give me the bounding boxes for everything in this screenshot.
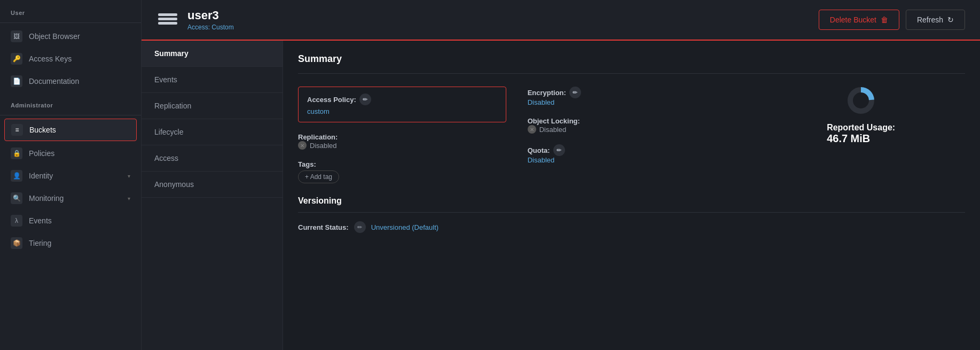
- object-locking-value: ✕ Disabled: [528, 125, 736, 134]
- access-value: Custom: [211, 24, 233, 31]
- tab-label: Access: [154, 154, 178, 162]
- sidebar-item-label: Object Browser: [29, 32, 80, 41]
- sidebar-item-label: Monitoring: [29, 194, 64, 203]
- current-status-label: Current Status:: [298, 223, 349, 231]
- tab-summary[interactable]: Summary: [142, 41, 283, 67]
- sidebar-item-tiering[interactable]: 📦 Tiering: [0, 232, 141, 254]
- replication-label: Replication:: [298, 133, 506, 141]
- encryption-section: Encryption: ✏ Disabled Object Locking: ✕…: [528, 87, 736, 183]
- page-header: user3 Access: Custom Delete Bucket 🗑 Ref…: [142, 0, 980, 41]
- versioning-title: Versioning: [298, 196, 965, 206]
- chevron-down-icon: ▾: [128, 196, 130, 201]
- versioning-section: Versioning Current Status: ✏ Unversioned…: [298, 196, 965, 233]
- replication-value: ✕ Disabled: [298, 141, 506, 150]
- reported-usage-chart: [847, 87, 875, 114]
- current-status-value[interactable]: Unversioned (Default): [371, 223, 438, 231]
- sidebar-item-label: Access Keys: [29, 55, 72, 63]
- buckets-icon: ≡: [11, 124, 23, 136]
- access-policy-edit-icon[interactable]: ✏: [359, 94, 371, 105]
- bucket-icon: [156, 9, 179, 31]
- access-policy-box: Access Policy: ✏ custom: [298, 87, 506, 122]
- tab-anonymous[interactable]: Anonymous: [142, 172, 283, 198]
- encryption-label: Encryption: ✏: [528, 87, 736, 98]
- sidebar-item-object-browser[interactable]: 🖼 Object Browser: [0, 25, 141, 48]
- tab-replication[interactable]: Replication: [142, 93, 283, 119]
- sidebar-item-events[interactable]: λ Events: [0, 209, 141, 232]
- reported-usage-text: Reported Usage: 46.7 MiB: [827, 123, 895, 145]
- header-actions: Delete Bucket 🗑 Refresh ↻: [819, 10, 965, 30]
- tab-events[interactable]: Events: [142, 67, 283, 93]
- sidebar-item-label: Policies: [29, 149, 54, 158]
- admin-section-label: Administrator: [0, 92, 141, 113]
- object-locking-label: Object Locking:: [528, 117, 736, 125]
- sidebar-item-label: Buckets: [29, 126, 56, 134]
- chevron-down-icon: ▾: [128, 173, 130, 179]
- sidebar-item-label: Identity: [29, 172, 53, 180]
- access-policy-section: Access Policy: ✏ custom Replication: ✕ D…: [298, 87, 506, 183]
- add-tag-button[interactable]: + Add tag: [298, 170, 339, 183]
- tab-label: Anonymous: [154, 180, 194, 189]
- events-icon: λ: [11, 215, 22, 227]
- sidebar-item-access-keys[interactable]: 🔑 Access Keys: [0, 48, 141, 70]
- access-label: Access:: [187, 24, 210, 31]
- documentation-icon: 📄: [11, 75, 22, 87]
- access-policy-value[interactable]: custom: [307, 107, 497, 115]
- tab-label: Events: [154, 75, 177, 84]
- header-subtitle: Access: Custom: [187, 24, 810, 31]
- page-title: user3: [187, 9, 810, 22]
- monitoring-icon: 🔍: [11, 192, 22, 204]
- quota-value[interactable]: Disabled: [528, 156, 736, 164]
- svg-rect-0: [158, 13, 177, 16]
- content-area: Summary Events Replication Lifecycle Acc…: [142, 41, 980, 350]
- sidebar-item-documentation[interactable]: 📄 Documentation: [0, 70, 141, 92]
- versioning-field: Current Status: ✏ Unversioned (Default): [298, 221, 965, 233]
- refresh-button[interactable]: Refresh ↻: [906, 10, 965, 30]
- reported-usage-label: Reported Usage:: [827, 123, 895, 133]
- header-info: user3 Access: Custom: [187, 9, 810, 31]
- policies-icon: 🔒: [11, 147, 22, 159]
- main-area: user3 Access: Custom Delete Bucket 🗑 Ref…: [142, 0, 980, 350]
- encryption-value[interactable]: Disabled: [528, 98, 736, 106]
- reported-usage-value: 46.7 MiB: [827, 133, 895, 145]
- identity-icon: 👤: [11, 170, 22, 182]
- summary-panel-title: Summary: [298, 53, 965, 65]
- tab-access[interactable]: Access: [142, 145, 283, 172]
- sidebar-item-identity[interactable]: 👤 Identity ▾: [0, 165, 141, 187]
- versioning-edit-icon[interactable]: ✏: [354, 221, 366, 233]
- quota-edit-icon[interactable]: ✏: [553, 144, 565, 156]
- sidebar: User 🖼 Object Browser 🔑 Access Keys 📄 Do…: [0, 0, 142, 350]
- tabs-panel: Summary Events Replication Lifecycle Acc…: [142, 41, 283, 350]
- refresh-label: Refresh: [917, 15, 943, 24]
- tab-label: Lifecycle: [154, 128, 183, 136]
- svg-rect-1: [158, 18, 177, 20]
- trash-icon: 🗑: [881, 15, 888, 24]
- object-locking-disabled-icon: ✕: [528, 125, 536, 134]
- tab-lifecycle[interactable]: Lifecycle: [142, 119, 283, 145]
- sidebar-item-buckets[interactable]: ≡ Buckets: [4, 119, 137, 141]
- access-keys-icon: 🔑: [11, 53, 22, 65]
- quota-label: Quota: ✏: [528, 144, 736, 156]
- tab-label: Summary: [154, 49, 189, 58]
- replication-disabled-icon: ✕: [298, 141, 307, 150]
- user-section-label: User: [0, 0, 141, 20]
- summary-grid: Access Policy: ✏ custom Replication: ✕ D…: [298, 87, 965, 183]
- delete-bucket-label: Delete Bucket: [830, 15, 876, 24]
- panel-content: Summary Access Policy: ✏ custom: [283, 41, 980, 350]
- sidebar-item-label: Events: [29, 216, 52, 225]
- svg-rect-2: [158, 22, 177, 25]
- encryption-edit-icon[interactable]: ✏: [569, 87, 581, 98]
- delete-bucket-button[interactable]: Delete Bucket 🗑: [819, 10, 899, 30]
- tab-label: Replication: [154, 102, 191, 110]
- sidebar-item-policies[interactable]: 🔒 Policies: [0, 142, 141, 165]
- object-browser-icon: 🖼: [11, 30, 22, 42]
- tags-label: Tags:: [298, 160, 506, 168]
- access-policy-label: Access Policy: ✏: [307, 94, 497, 105]
- sidebar-item-monitoring[interactable]: 🔍 Monitoring ▾: [0, 187, 141, 209]
- add-tag-label: + Add tag: [305, 173, 332, 181]
- sidebar-item-label: Documentation: [29, 77, 79, 85]
- reported-usage-section: Reported Usage: 46.7 MiB: [757, 87, 965, 183]
- refresh-icon: ↻: [947, 15, 954, 24]
- tiering-icon: 📦: [11, 237, 22, 249]
- sidebar-item-label: Tiering: [29, 239, 51, 247]
